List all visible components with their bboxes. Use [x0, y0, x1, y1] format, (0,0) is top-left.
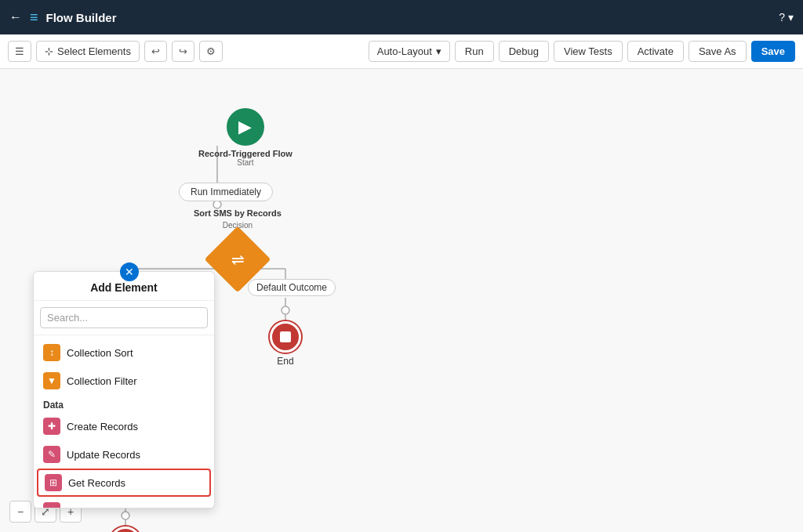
start-node[interactable]: ▶ Record-Triggered Flow Start	[198, 108, 292, 167]
run-immediately-label: Run Immediately	[191, 186, 261, 197]
activate-button[interactable]: Activate	[627, 41, 684, 62]
collection-filter-icon: ▼	[43, 372, 60, 389]
flow-canvas[interactable]: ▶ Record-Triggered Flow Start Run Immedi…	[0, 69, 803, 532]
start-label: Record-Triggered Flow	[198, 149, 292, 158]
delete-records-icon: ✖	[43, 502, 60, 508]
save-button[interactable]: Save	[751, 41, 795, 62]
update-records-item[interactable]: ✎ Update Records	[34, 440, 214, 469]
default-outcome-label: Default Outcome	[248, 279, 336, 296]
app-header: ← ≡ Flow Builder ? ▾	[0, 0, 803, 34]
svg-point-12	[122, 512, 129, 519]
add-element-panel: ✕ Add Element ↕ Collection Sort ▼ Collec…	[33, 271, 215, 508]
get-records-label: Get Records	[68, 477, 125, 489]
help-button[interactable]: ? ▾	[779, 11, 794, 24]
toolbar-left: ☰ ⊹ Select Elements ↩ ↪ ⚙	[8, 41, 364, 62]
end-circle-right	[270, 321, 301, 353]
search-input[interactable]	[40, 307, 208, 328]
undo-button[interactable]: ↩	[144, 41, 167, 62]
start-circle: ▶	[227, 108, 264, 146]
decision-icon: ⇌	[231, 250, 244, 269]
flow-icon: ≡	[30, 9, 38, 26]
end-node-right[interactable]: End	[270, 321, 301, 367]
play-icon: ▶	[238, 117, 252, 137]
collection-sort-icon: ↕	[43, 344, 60, 361]
auto-layout-label: Auto-Layout	[377, 45, 432, 57]
collection-sort-label: Collection Sort	[67, 347, 133, 359]
cursor-icon: ⊹	[45, 45, 53, 57]
panel-list: ↕ Collection Sort ▼ Collection Filter Da…	[34, 335, 214, 508]
redo-button[interactable]: ↪	[172, 41, 194, 62]
end-node-left[interactable]: End	[110, 527, 141, 532]
select-elements-label: Select Elements	[57, 45, 131, 57]
create-records-icon: ✚	[43, 418, 60, 435]
settings-button[interactable]: ⚙	[199, 41, 223, 62]
get-records-icon: ⊞	[45, 474, 62, 491]
update-records-label: Update Records	[67, 449, 140, 461]
panel-toggle-button[interactable]: ☰	[8, 41, 31, 62]
collection-filter-label: Collection Filter	[67, 375, 137, 387]
delete-records-label: Delete Records	[67, 505, 137, 508]
toolbar-right: Auto-Layout ▾ Run Debug View Tests Activ…	[369, 41, 795, 62]
view-tests-button[interactable]: View Tests	[554, 41, 623, 62]
run-immediately-node[interactable]: Run Immediately	[179, 183, 273, 201]
debug-button[interactable]: Debug	[499, 41, 549, 62]
auto-layout-button[interactable]: Auto-Layout ▾	[369, 41, 450, 62]
save-as-button[interactable]: Save As	[689, 41, 747, 62]
back-button[interactable]: ←	[9, 10, 22, 24]
collection-sort-item[interactable]: ↕ Collection Sort	[34, 338, 214, 367]
update-records-icon: ✎	[43, 446, 60, 463]
run-button[interactable]: Run	[455, 41, 494, 62]
create-records-item[interactable]: ✚ Create Records	[34, 412, 214, 440]
start-sublabel: Start	[237, 158, 253, 167]
svg-point-9	[282, 306, 289, 314]
get-records-item[interactable]: ⊞ Get Records	[37, 469, 211, 497]
create-records-label: Create Records	[67, 421, 138, 432]
panel-search	[34, 301, 214, 335]
svg-point-1	[213, 201, 221, 208]
end-circle-left	[110, 527, 141, 532]
chevron-down-icon: ▾	[436, 45, 441, 57]
zoom-out-button[interactable]: −	[9, 501, 31, 523]
toolbar: ☰ ⊹ Select Elements ↩ ↪ ⚙ Auto-Layout ▾ …	[0, 34, 803, 69]
end-square-right	[280, 331, 291, 342]
app-title: Flow Builder	[46, 11, 772, 24]
decision-label: Sort SMS by Records	[194, 208, 282, 218]
delete-records-item[interactable]: ✖ Delete Records	[34, 497, 214, 508]
data-section-header: Data	[34, 395, 214, 412]
select-elements-button[interactable]: ⊹ Select Elements	[36, 41, 140, 62]
collection-filter-item[interactable]: ▼ Collection Filter	[34, 367, 214, 395]
panel-close-button[interactable]: ✕	[120, 262, 139, 281]
end-label-right: End	[277, 356, 293, 367]
